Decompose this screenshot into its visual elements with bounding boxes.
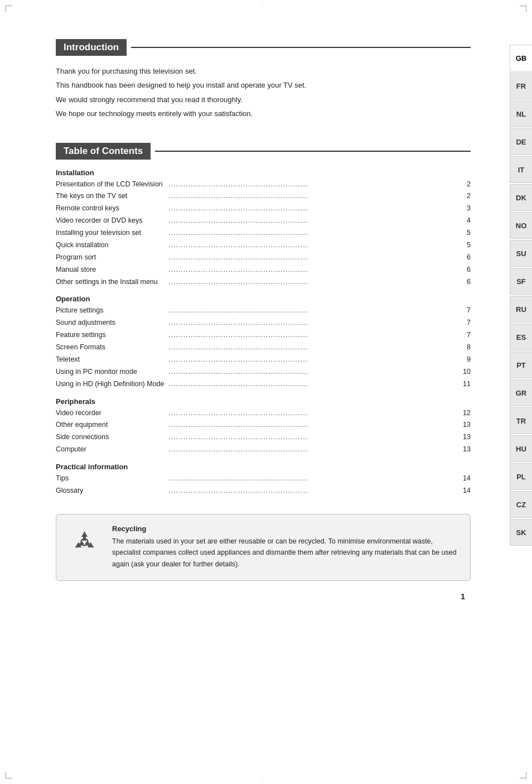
lang-tab-gb[interactable]: GB (510, 45, 532, 71)
toc-entry: Video recorder .........................… (56, 407, 471, 420)
toc-entry-dots: ........................................… (168, 354, 460, 366)
lang-tab-dk[interactable]: DK (510, 184, 532, 211)
toc-entry-dots: ........................................… (168, 227, 460, 239)
toc-entry: Tips ...................................… (56, 473, 471, 485)
toc-entry-page: 13 (461, 419, 471, 431)
toc-section-header: Table of Contents (56, 143, 471, 160)
lang-tab-it[interactable]: IT (510, 156, 532, 183)
toc-category-title: Installation (56, 169, 471, 177)
toc-entry: Feature settings .......................… (56, 329, 471, 342)
intro-line: This handbook has been designed to help … (56, 79, 471, 92)
toc-entry-label: Video recorder or DVD keys (56, 215, 167, 227)
toc-entry-page: 5 (461, 227, 471, 239)
toc-entry-label: Using in HD (High Definition) Mode (56, 378, 167, 391)
toc-category: Practical informationTips ..............… (56, 463, 471, 497)
toc-entry-page: 4 (461, 215, 471, 227)
toc-entry-dots: ........................................… (168, 264, 460, 276)
lang-tab-fr[interactable]: FR (510, 73, 532, 99)
toc-entry-label: Quick installation (56, 239, 167, 252)
lang-tab-nl[interactable]: NL (510, 100, 532, 127)
toc-entry-page: 6 (461, 264, 471, 276)
lang-tab-de[interactable]: DE (510, 128, 532, 155)
toc-entry-dots: ........................................… (168, 252, 460, 264)
toc-entry-page: 11 (461, 378, 471, 391)
toc-entry: Other equipment ........................… (56, 419, 471, 431)
intro-title: Introduction (56, 39, 127, 56)
toc-entry-label: Using in PC monitor mode (56, 366, 167, 378)
toc-section: InstallationPresentation of the LCD Tele… (56, 169, 471, 497)
toc-entry: Picture settings .......................… (56, 305, 471, 317)
toc-entry-dots: ........................................… (168, 239, 460, 252)
toc-entry: Sound adjustments ......................… (56, 317, 471, 329)
toc-entry-label: Picture settings (56, 305, 167, 317)
lang-tab-hu[interactable]: HU (510, 435, 532, 462)
toc-entry: Teletext ...............................… (56, 354, 471, 366)
toc-entry-dots: ........................................… (168, 342, 460, 354)
toc-entry-page: 7 (461, 305, 471, 317)
tick-tr (520, 6, 526, 12)
tick-br (520, 772, 526, 778)
lang-tab-no[interactable]: NO (510, 212, 532, 239)
toc-entry: Program sort ...........................… (56, 252, 471, 264)
toc-entry-page: 13 (461, 431, 471, 444)
toc-entry-page: 7 (461, 329, 471, 342)
page-number: 1 (56, 592, 471, 601)
lang-tab-gr[interactable]: GR (510, 379, 532, 406)
toc-entry-page: 7 (461, 317, 471, 329)
toc-entry-label: Tips (56, 473, 167, 485)
page-container: GBFRNLDEITDKNOSUSFRUESPTGRTRHUPLCZSK Int… (0, 0, 532, 784)
recycling-body: The materials used in your set are eithe… (112, 536, 459, 570)
toc-entry-page: 3 (461, 203, 471, 215)
intro-text-block: Thank you for purchasing this television… (56, 65, 471, 121)
toc-entry-dots: ........................................… (168, 179, 460, 191)
toc-entry: Using in HD (High Definition) Mode .....… (56, 378, 471, 391)
toc-entry-dots: ........................................… (168, 329, 460, 342)
lang-tab-ru[interactable]: RU (510, 296, 532, 323)
lang-tab-su[interactable]: SU (510, 240, 532, 267)
toc-entry-dots: ........................................… (168, 485, 460, 497)
lang-tab-cz[interactable]: CZ (510, 491, 532, 518)
intro-line: We hope our technology meets entirely wi… (56, 107, 471, 120)
toc-entry-label: Program sort (56, 252, 167, 264)
toc-entry: Remote control keys ....................… (56, 203, 471, 215)
toc-category-title: Peripherals (56, 397, 471, 406)
toc-entry-dots: ........................................… (168, 444, 460, 456)
toc-category: PeripheralsVideo recorder ..............… (56, 397, 471, 456)
toc-entry-page: 14 (461, 485, 471, 497)
toc-entry: Computer ...............................… (56, 444, 471, 456)
toc-entry-dots: ........................................… (168, 215, 460, 227)
toc-entry: Glossary ...............................… (56, 485, 471, 497)
toc-entry-dots: ........................................… (168, 317, 460, 329)
toc-entry-page: 8 (461, 342, 471, 354)
recycling-title: Recycling (112, 525, 459, 533)
toc-entry-dots: ........................................… (168, 407, 460, 420)
toc-category-title: Practical information (56, 463, 471, 471)
toc-entry-label: Computer (56, 444, 167, 456)
toc-entry: Using in PC monitor mode ...............… (56, 366, 471, 378)
lang-tab-pt[interactable]: PT (510, 352, 532, 378)
toc-entry-label: Sound adjustments (56, 317, 167, 329)
lang-tab-tr[interactable]: TR (510, 407, 532, 434)
toc-entry: Presentation of the LCD Television .....… (56, 179, 471, 191)
toc-entry: Other settings in the Install menu .....… (56, 276, 471, 288)
recycle-icon (67, 525, 101, 562)
toc-entry: Manual store ...........................… (56, 264, 471, 276)
toc-entry-dots: ........................................… (168, 378, 460, 391)
toc-entry-dots: ........................................… (168, 203, 460, 215)
recycling-text-container: Recycling The materials used in your set… (112, 525, 459, 570)
main-content: Introduction Thank you for purchasing th… (56, 39, 499, 601)
lang-tab-pl[interactable]: PL (510, 463, 532, 490)
toc-entry-page: 2 (461, 190, 471, 203)
toc-entry-label: Manual store (56, 264, 167, 276)
toc-entry-page: 13 (461, 444, 471, 456)
toc-entry-page: 9 (461, 354, 471, 366)
toc-entry-page: 12 (461, 407, 471, 420)
lang-tab-sf[interactable]: SF (510, 268, 532, 295)
lang-tab-es[interactable]: ES (510, 324, 532, 350)
toc-entry-label: Screen Formats (56, 342, 167, 354)
toc-category-title: Operation (56, 295, 471, 303)
lang-tab-sk[interactable]: SK (510, 519, 532, 546)
toc-entry-label: Remote control keys (56, 203, 167, 215)
toc-entry-dots: ........................................… (168, 276, 460, 288)
lang-tabs: GBFRNLDEITDKNOSUSFRUESPTGRTRHUPLCZSK (510, 45, 532, 547)
